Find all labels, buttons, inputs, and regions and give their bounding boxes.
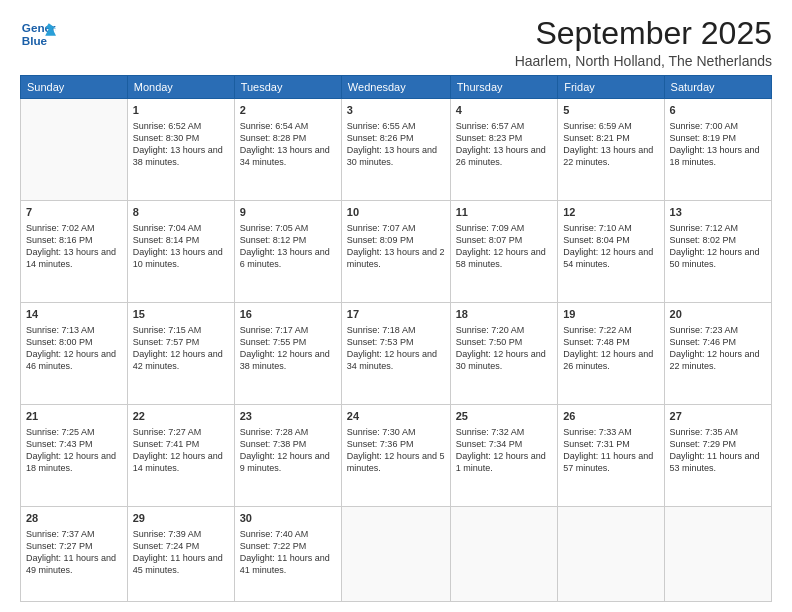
sunset-text: Sunset: 8:23 PM — [456, 133, 523, 143]
weekday-header-row: SundayMondayTuesdayWednesdayThursdayFrid… — [21, 76, 772, 99]
logo: General Blue — [20, 16, 56, 52]
week-row-2: 7Sunrise: 7:02 AMSunset: 8:16 PMDaylight… — [21, 201, 772, 303]
day-number: 5 — [563, 103, 658, 118]
calendar-cell: 19Sunrise: 7:22 AMSunset: 7:48 PMDayligh… — [558, 303, 664, 405]
calendar-cell: 16Sunrise: 7:17 AMSunset: 7:55 PMDayligh… — [234, 303, 341, 405]
calendar-cell: 10Sunrise: 7:07 AMSunset: 8:09 PMDayligh… — [341, 201, 450, 303]
location-title: Haarlem, North Holland, The Netherlands — [515, 53, 772, 69]
sunset-text: Sunset: 7:34 PM — [456, 439, 523, 449]
daylight-text: Daylight: 12 hours and 9 minutes. — [240, 451, 330, 473]
daylight-text: Daylight: 13 hours and 22 minutes. — [563, 145, 653, 167]
sunrise-text: Sunrise: 7:00 AM — [670, 121, 739, 131]
sunrise-text: Sunrise: 7:13 AM — [26, 325, 95, 335]
day-number: 7 — [26, 205, 122, 220]
day-number: 19 — [563, 307, 658, 322]
sunrise-text: Sunrise: 7:37 AM — [26, 529, 95, 539]
sunrise-text: Sunrise: 6:59 AM — [563, 121, 632, 131]
calendar-cell: 9Sunrise: 7:05 AMSunset: 8:12 PMDaylight… — [234, 201, 341, 303]
day-number: 12 — [563, 205, 658, 220]
calendar-cell: 15Sunrise: 7:15 AMSunset: 7:57 PMDayligh… — [127, 303, 234, 405]
day-number: 26 — [563, 409, 658, 424]
weekday-header-saturday: Saturday — [664, 76, 771, 99]
day-number: 29 — [133, 511, 229, 526]
calendar-cell — [558, 507, 664, 602]
sunset-text: Sunset: 7:57 PM — [133, 337, 200, 347]
daylight-text: Daylight: 13 hours and 2 minutes. — [347, 247, 445, 269]
sunrise-text: Sunrise: 7:28 AM — [240, 427, 309, 437]
title-block: September 2025 Haarlem, North Holland, T… — [515, 16, 772, 69]
calendar-cell: 12Sunrise: 7:10 AMSunset: 8:04 PMDayligh… — [558, 201, 664, 303]
daylight-text: Daylight: 13 hours and 34 minutes. — [240, 145, 330, 167]
calendar-cell: 18Sunrise: 7:20 AMSunset: 7:50 PMDayligh… — [450, 303, 558, 405]
daylight-text: Daylight: 12 hours and 42 minutes. — [133, 349, 223, 371]
calendar-cell: 25Sunrise: 7:32 AMSunset: 7:34 PMDayligh… — [450, 405, 558, 507]
sunset-text: Sunset: 7:27 PM — [26, 541, 93, 551]
calendar-cell: 22Sunrise: 7:27 AMSunset: 7:41 PMDayligh… — [127, 405, 234, 507]
sunrise-text: Sunrise: 7:09 AM — [456, 223, 525, 233]
svg-text:Blue: Blue — [22, 34, 48, 47]
weekday-header-thursday: Thursday — [450, 76, 558, 99]
daylight-text: Daylight: 12 hours and 18 minutes. — [26, 451, 116, 473]
day-number: 3 — [347, 103, 445, 118]
sunset-text: Sunset: 8:19 PM — [670, 133, 737, 143]
calendar-cell: 27Sunrise: 7:35 AMSunset: 7:29 PMDayligh… — [664, 405, 771, 507]
daylight-text: Daylight: 11 hours and 57 minutes. — [563, 451, 653, 473]
weekday-header-monday: Monday — [127, 76, 234, 99]
week-row-5: 28Sunrise: 7:37 AMSunset: 7:27 PMDayligh… — [21, 507, 772, 602]
sunrise-text: Sunrise: 7:02 AM — [26, 223, 95, 233]
day-number: 10 — [347, 205, 445, 220]
day-number: 4 — [456, 103, 553, 118]
weekday-header-sunday: Sunday — [21, 76, 128, 99]
daylight-text: Daylight: 11 hours and 53 minutes. — [670, 451, 760, 473]
daylight-text: Daylight: 11 hours and 45 minutes. — [133, 553, 223, 575]
day-number: 13 — [670, 205, 766, 220]
calendar-cell: 5Sunrise: 6:59 AMSunset: 8:21 PMDaylight… — [558, 99, 664, 201]
sunset-text: Sunset: 7:31 PM — [563, 439, 630, 449]
sunrise-text: Sunrise: 7:12 AM — [670, 223, 739, 233]
daylight-text: Daylight: 12 hours and 1 minute. — [456, 451, 546, 473]
calendar-cell: 4Sunrise: 6:57 AMSunset: 8:23 PMDaylight… — [450, 99, 558, 201]
day-number: 8 — [133, 205, 229, 220]
sunset-text: Sunset: 7:41 PM — [133, 439, 200, 449]
daylight-text: Daylight: 12 hours and 46 minutes. — [26, 349, 116, 371]
sunrise-text: Sunrise: 7:15 AM — [133, 325, 202, 335]
sunset-text: Sunset: 7:50 PM — [456, 337, 523, 347]
daylight-text: Daylight: 12 hours and 30 minutes. — [456, 349, 546, 371]
sunrise-text: Sunrise: 7:40 AM — [240, 529, 309, 539]
sunset-text: Sunset: 8:26 PM — [347, 133, 414, 143]
calendar-cell: 2Sunrise: 6:54 AMSunset: 8:28 PMDaylight… — [234, 99, 341, 201]
sunrise-text: Sunrise: 7:07 AM — [347, 223, 416, 233]
day-number: 16 — [240, 307, 336, 322]
daylight-text: Daylight: 11 hours and 41 minutes. — [240, 553, 330, 575]
sunset-text: Sunset: 7:22 PM — [240, 541, 307, 551]
daylight-text: Daylight: 13 hours and 18 minutes. — [670, 145, 760, 167]
sunset-text: Sunset: 7:36 PM — [347, 439, 414, 449]
day-number: 9 — [240, 205, 336, 220]
sunrise-text: Sunrise: 7:22 AM — [563, 325, 632, 335]
sunrise-text: Sunrise: 7:27 AM — [133, 427, 202, 437]
calendar-cell — [664, 507, 771, 602]
sunrise-text: Sunrise: 7:20 AM — [456, 325, 525, 335]
sunrise-text: Sunrise: 7:39 AM — [133, 529, 202, 539]
logo-icon: General Blue — [20, 16, 56, 52]
calendar-cell: 29Sunrise: 7:39 AMSunset: 7:24 PMDayligh… — [127, 507, 234, 602]
day-number: 11 — [456, 205, 553, 220]
daylight-text: Daylight: 12 hours and 54 minutes. — [563, 247, 653, 269]
day-number: 21 — [26, 409, 122, 424]
header: General Blue September 2025 Haarlem, Nor… — [20, 16, 772, 69]
daylight-text: Daylight: 12 hours and 26 minutes. — [563, 349, 653, 371]
sunset-text: Sunset: 8:02 PM — [670, 235, 737, 245]
day-number: 30 — [240, 511, 336, 526]
sunrise-text: Sunrise: 7:04 AM — [133, 223, 202, 233]
calendar-cell: 26Sunrise: 7:33 AMSunset: 7:31 PMDayligh… — [558, 405, 664, 507]
day-number: 20 — [670, 307, 766, 322]
calendar-table: SundayMondayTuesdayWednesdayThursdayFrid… — [20, 75, 772, 602]
day-number: 17 — [347, 307, 445, 322]
daylight-text: Daylight: 13 hours and 26 minutes. — [456, 145, 546, 167]
day-number: 28 — [26, 511, 122, 526]
weekday-header-wednesday: Wednesday — [341, 76, 450, 99]
sunset-text: Sunset: 8:07 PM — [456, 235, 523, 245]
daylight-text: Daylight: 13 hours and 6 minutes. — [240, 247, 330, 269]
daylight-text: Daylight: 12 hours and 50 minutes. — [670, 247, 760, 269]
calendar-cell: 6Sunrise: 7:00 AMSunset: 8:19 PMDaylight… — [664, 99, 771, 201]
